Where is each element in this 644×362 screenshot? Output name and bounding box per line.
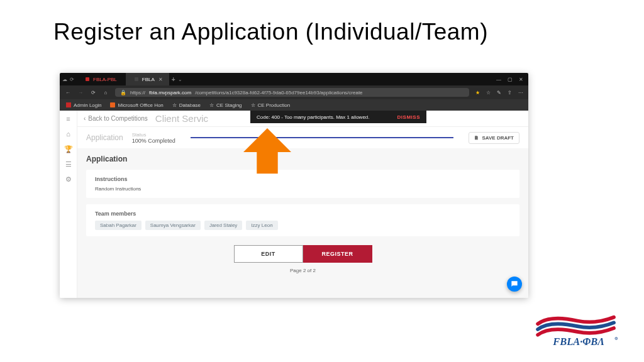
cloud-icon: ☁ <box>62 77 67 82</box>
progress-bar <box>191 137 454 138</box>
close-window-button[interactable]: ✕ <box>519 77 523 82</box>
error-message: Code: 400 - Too many participants. Max 1… <box>257 114 370 120</box>
status-small-label: Status <box>132 132 175 138</box>
bookmark-label: Database <box>179 102 201 108</box>
browser-tab-inactive[interactable]: FBLA-PBL <box>77 73 123 85</box>
back-to-competitions-link[interactable]: ‹ Back to Competitions <box>84 115 148 122</box>
bookmark-icon <box>66 102 71 107</box>
bookmark-star-icon[interactable]: ★ <box>475 90 480 96</box>
share-icon[interactable]: ⇪ <box>508 90 512 96</box>
tab-label: FBLA-PBL <box>93 77 117 82</box>
back-button[interactable]: ← <box>65 90 71 96</box>
bookmarks-bar: Admin Login Microsoft Office Hon ☆ Datab… <box>60 99 528 111</box>
svg-text:FBLA·ΦBΛ: FBLA·ΦBΛ <box>552 336 604 348</box>
instructions-card: Instructions Random Instructions <box>86 170 519 198</box>
url-path: /competitions/a1c9328a-fd62-4f75-9da0-65… <box>195 90 362 96</box>
star-icon: ☆ <box>209 102 214 108</box>
browser-window: ☁ ⟳ FBLA-PBL FBLA ✕ + ⌄ — ▢ ✕ ← → ⟳ ⌂ 🔒 … <box>60 73 528 298</box>
action-row: EDIT REGISTER <box>86 245 519 263</box>
status-row: Application Status 100% Completed 🗎 SAVE… <box>77 127 528 148</box>
bookmark-label: Admin Login <box>74 102 101 108</box>
address-bar[interactable]: 🔒 https://fbla.mvpspark.com/competitions… <box>115 88 469 97</box>
minimize-button[interactable]: — <box>496 77 501 82</box>
bookmark-label: CE Staging <box>216 102 242 108</box>
tab-label: FBLA <box>142 77 155 82</box>
save-draft-button[interactable]: 🗎 SAVE DRAFT <box>469 132 519 144</box>
save-draft-label: SAVE DRAFT <box>482 135 514 141</box>
bookmark-item[interactable]: ☆ Database <box>172 102 201 108</box>
page-indicator: Page 2 of 2 <box>86 268 519 273</box>
favorites-icon[interactable]: ☆ <box>486 90 491 96</box>
svg-marker-0 <box>243 128 291 173</box>
bookmark-item[interactable]: Admin Login <box>66 102 101 108</box>
tabs-dropdown-icon[interactable]: ⌄ <box>178 77 182 82</box>
new-tab-button[interactable]: + <box>172 76 175 83</box>
instructions-body: Random Instructions <box>95 186 511 192</box>
star-icon: ☆ <box>251 102 255 108</box>
panel-title: Application <box>86 155 519 163</box>
url-prefix: https:// <box>130 90 145 96</box>
team-members-list: Sabah Pagarkar Saumya Vengsarkar Jared S… <box>95 221 511 230</box>
edit-button[interactable]: EDIT <box>234 245 303 263</box>
bookmark-label: CE Production <box>258 102 291 108</box>
status-value: 100% Completed <box>132 138 175 144</box>
chat-widget-button[interactable] <box>507 277 522 292</box>
page-content: ‹ Back to Competitions Client Servic Cod… <box>77 111 528 298</box>
instructions-heading: Instructions <box>95 176 511 182</box>
application-label: Application <box>86 133 123 142</box>
slide-title: Register an Application (Individual/Team… <box>53 19 488 45</box>
fbla-logo: FBLA·ΦBΛ R <box>533 312 621 348</box>
home-button[interactable]: ⌂ <box>103 90 109 96</box>
team-members-card: Team members Sabah Pagarkar Saumya Vengs… <box>86 204 519 236</box>
settings-icon[interactable]: ⚙ <box>64 175 73 184</box>
chevron-left-icon: ‹ <box>84 115 86 122</box>
lock-icon: 🔒 <box>120 90 126 96</box>
menu-icon[interactable]: ≡ <box>64 114 73 123</box>
url-host: fbla.mvpspark.com <box>149 90 191 96</box>
annotation-arrow-icon <box>242 128 293 176</box>
bookmark-label: Microsoft Office Hon <box>118 102 163 108</box>
bookmark-item[interactable]: Microsoft Office Hon <box>110 102 163 108</box>
favicon-icon <box>135 77 138 81</box>
favicon-icon <box>86 77 89 81</box>
svg-text:R: R <box>616 337 617 340</box>
dismiss-button[interactable]: DISMISS <box>397 114 420 120</box>
list-icon[interactable]: ☰ <box>64 160 73 168</box>
forward-button[interactable]: → <box>77 90 84 96</box>
chat-icon <box>510 280 519 288</box>
save-icon: 🗎 <box>474 135 479 141</box>
bookmark-item[interactable]: ☆ CE Production <box>251 102 291 108</box>
team-member-chip[interactable]: Sabah Pagarkar <box>95 221 142 230</box>
addressbar-row: ← → ⟳ ⌂ 🔒 https://fbla.mvpspark.com/comp… <box>60 85 528 99</box>
maximize-button[interactable]: ▢ <box>508 77 513 82</box>
page-body: ≡ ⌂ 🏆 ☰ ⚙ ‹ Back to Competitions Client … <box>60 111 528 298</box>
more-icon[interactable]: ⋯ <box>518 90 523 96</box>
window-buttons: — ▢ ✕ <box>496 77 526 82</box>
competition-title: Client Servic <box>155 113 208 124</box>
browser-tab-active[interactable]: FBLA ✕ <box>126 73 169 85</box>
reload-button[interactable]: ⟳ <box>90 90 96 96</box>
register-button[interactable]: REGISTER <box>303 245 372 263</box>
error-toast: Code: 400 - Too many participants. Max 1… <box>250 111 426 123</box>
page-sidebar: ≡ ⌂ 🏆 ☰ ⚙ <box>60 111 77 298</box>
team-member-chip[interactable]: Izzy Leon <box>246 221 277 230</box>
page-topbar: ‹ Back to Competitions Client Servic Cod… <box>77 111 528 127</box>
panel-area: Application Instructions Random Instruct… <box>77 148 528 298</box>
home-icon[interactable]: ⌂ <box>64 129 73 138</box>
back-label: Back to Competitions <box>88 115 148 122</box>
bookmark-item[interactable]: ☆ CE Staging <box>209 102 242 108</box>
close-icon[interactable]: ✕ <box>158 77 163 82</box>
bookmark-icon <box>110 102 115 107</box>
refresh-icon[interactable]: ⟳ <box>70 77 74 82</box>
browser-titlebar: ☁ ⟳ FBLA-PBL FBLA ✕ + ⌄ — ▢ ✕ <box>60 73 528 85</box>
trophy-icon[interactable]: 🏆 <box>64 145 73 153</box>
team-member-chip[interactable]: Saumya Vengsarkar <box>145 221 201 230</box>
team-member-chip[interactable]: Jared Staley <box>204 221 242 230</box>
star-icon: ☆ <box>172 102 177 108</box>
team-heading: Team members <box>95 211 511 217</box>
pen-icon[interactable]: ✎ <box>497 90 501 96</box>
